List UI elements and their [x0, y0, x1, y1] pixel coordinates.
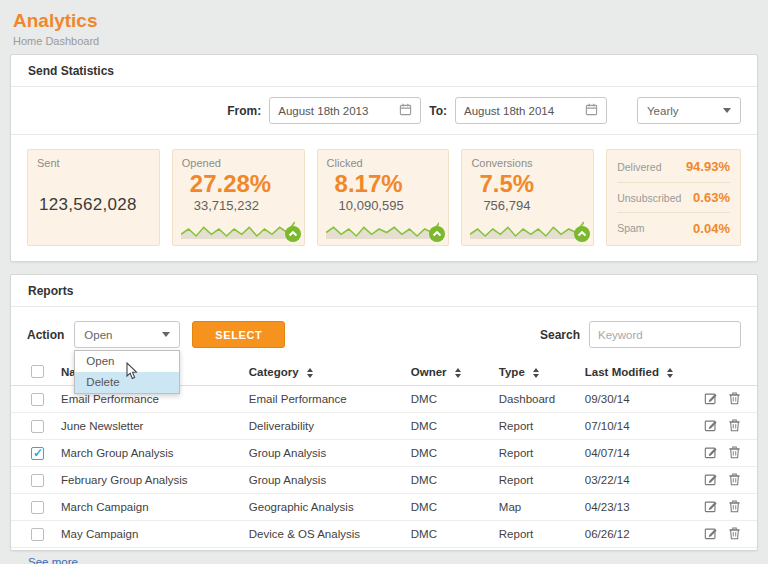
row-checkbox[interactable]: [31, 447, 44, 460]
opened-sparkline: [181, 216, 295, 240]
column-header-category[interactable]: Category: [241, 358, 403, 386]
report-name: May Campaign: [53, 521, 241, 548]
edit-icon[interactable]: [704, 526, 718, 542]
row-checkbox[interactable]: [31, 393, 44, 406]
report-type: Map: [491, 494, 577, 521]
search-input[interactable]: [589, 321, 741, 348]
action-row: Action Open Open Delete SELECT: [11, 307, 757, 358]
report-type: Report: [491, 521, 577, 548]
trash-icon[interactable]: [728, 499, 741, 515]
report-category: Deliverability: [241, 413, 403, 440]
edit-icon[interactable]: [704, 391, 718, 407]
row-checkbox[interactable]: [31, 501, 44, 514]
row-checkbox[interactable]: [31, 474, 44, 487]
clicked-percent: 8.17%: [335, 170, 440, 198]
from-label: From:: [227, 104, 261, 118]
reports-title: Reports: [11, 275, 757, 307]
clicked-label: Clicked: [327, 157, 440, 169]
conversions-sparkline: [470, 216, 584, 240]
sent-value: 123,562,028: [39, 195, 150, 215]
report-type: Report: [491, 440, 577, 467]
sent-card: Sent 123,562,028: [27, 149, 160, 246]
row-checkbox[interactable]: [31, 528, 44, 541]
to-date-value: August 18th 2014: [464, 105, 554, 117]
row-checkbox[interactable]: [31, 420, 44, 433]
trash-icon[interactable]: [728, 445, 741, 461]
edit-icon[interactable]: [704, 499, 718, 515]
reports-table-body: Email Performance Email Performance DMC …: [11, 386, 757, 548]
edit-icon[interactable]: [704, 472, 718, 488]
delivered-row: Delivered 94.93%: [617, 152, 730, 183]
trash-icon[interactable]: [728, 418, 741, 434]
action-label: Action: [27, 328, 64, 342]
column-header-actions: [689, 358, 757, 386]
chevron-down-icon: [162, 332, 170, 337]
page-header: Analytics Home Dashboard: [0, 0, 768, 47]
unsubscribed-row: Unsubscribed 0.63%: [617, 183, 730, 214]
unsubscribed-value: 0.63%: [693, 190, 730, 205]
select-button[interactable]: SELECT: [192, 321, 285, 348]
trash-icon[interactable]: [728, 526, 741, 542]
report-owner: DMC: [403, 521, 491, 548]
report-category: Email Performance: [241, 386, 403, 413]
conversions-count: 756,794: [483, 198, 584, 213]
edit-icon[interactable]: [704, 418, 718, 434]
send-statistics-title: Send Statistics: [11, 55, 757, 87]
edit-icon[interactable]: [704, 445, 718, 461]
action-select[interactable]: Open: [74, 321, 180, 348]
opened-percent: 27.28%: [190, 170, 295, 198]
report-last-modified: 04/23/13: [577, 494, 689, 521]
to-date-input[interactable]: August 18th 2014: [455, 97, 607, 124]
trash-icon[interactable]: [728, 391, 741, 407]
sort-icon: [455, 368, 461, 378]
report-owner: DMC: [403, 494, 491, 521]
table-row: February Group Analysis Group Analysis D…: [11, 467, 757, 494]
report-last-modified: 09/30/14: [577, 386, 689, 413]
report-last-modified: 03/22/14: [577, 467, 689, 494]
trend-up-icon: [285, 226, 301, 242]
opened-count: 33,715,232: [194, 198, 295, 213]
trash-icon[interactable]: [728, 472, 741, 488]
report-last-modified: 06/26/12: [577, 521, 689, 548]
clicked-count: 10,090,595: [339, 198, 440, 213]
see-more-link[interactable]: See more...: [28, 556, 87, 564]
unsubscribed-label: Unsubscribed: [617, 192, 681, 204]
column-header-last-modified[interactable]: Last Modified: [577, 358, 689, 386]
select-all-checkbox[interactable]: [31, 365, 44, 378]
trend-up-icon: [429, 226, 445, 242]
conversions-percent: 7.5%: [479, 170, 584, 198]
report-owner: DMC: [403, 440, 491, 467]
table-row: May Campaign Device & OS Analysis DMC Re…: [11, 521, 757, 548]
report-type: Dashboard: [491, 386, 577, 413]
chevron-down-icon: [723, 108, 731, 113]
period-value: Yearly: [647, 105, 679, 117]
report-name: February Group Analysis: [53, 467, 241, 494]
report-owner: DMC: [403, 467, 491, 494]
delivery-summary-card: Delivered 94.93% Unsubscribed 0.63% Spam…: [606, 149, 741, 246]
table-row: June Newsletter Deliverability DMC Repor…: [11, 413, 757, 440]
search-label: Search: [540, 328, 580, 342]
report-owner: DMC: [403, 386, 491, 413]
reports-panel: Reports Action Open Open Delete: [10, 274, 758, 551]
from-date-input[interactable]: August 18th 2013: [269, 97, 421, 124]
report-category: Group Analysis: [241, 467, 403, 494]
report-name: March Campaign: [53, 494, 241, 521]
analytics-dashboard: Analytics Home Dashboard Send Statistics…: [0, 0, 768, 564]
stat-cards: Sent 123,562,028 Opened 27.28% 33,715,23…: [11, 135, 757, 246]
conversions-label: Conversions: [471, 157, 584, 169]
date-filter-row: From: August 18th 2013 To: August 18th 2…: [11, 87, 757, 135]
report-type: Report: [491, 467, 577, 494]
mouse-cursor-icon: [125, 362, 138, 385]
page-title: Analytics: [13, 10, 768, 32]
column-header-owner[interactable]: Owner: [403, 358, 491, 386]
action-dropdown: Open Delete: [74, 350, 180, 394]
period-select[interactable]: Yearly: [637, 97, 741, 124]
from-date-value: August 18th 2013: [278, 105, 368, 117]
spam-row: Spam 0.04%: [617, 213, 730, 243]
sort-icon: [667, 368, 673, 378]
clicked-sparkline: [326, 216, 440, 240]
sort-icon: [533, 368, 539, 378]
trend-up-icon: [574, 226, 590, 242]
report-name: March Group Analysis: [53, 440, 241, 467]
column-header-type[interactable]: Type: [491, 358, 577, 386]
